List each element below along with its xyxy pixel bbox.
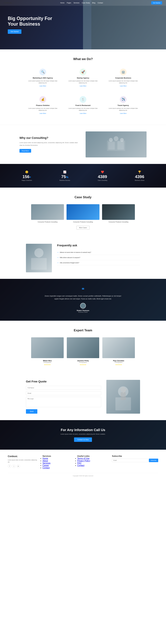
service-link[interactable]: Learn More	[80, 85, 86, 87]
footer-links-title: Useful Links	[77, 455, 108, 457]
faq-question: — Adieum sit amet dolor et iutsemo & ius…	[57, 251, 140, 253]
team-member-image	[102, 337, 135, 358]
service-icon: ✈️	[120, 96, 127, 103]
stat-number: 75%	[60, 174, 70, 179]
stat-icon: 😊	[21, 170, 32, 174]
faq-item[interactable]: — Nilla where aducam & iusquam?	[57, 255, 140, 260]
footer-link-item: Terms of Use	[77, 457, 108, 460]
email-input[interactable]	[26, 391, 101, 395]
more-cases-button[interactable]: More Cases	[76, 226, 89, 230]
team-section: Expert Team Milani Mou Photographer ★★★★…	[0, 321, 166, 373]
faq-image	[26, 244, 52, 272]
service-title: Startup Agency	[68, 77, 98, 79]
nav-logo: Conbusi.	[4, 2, 12, 4]
subscribe-button[interactable]: Subscribe	[149, 459, 158, 462]
service-card: 🔍 Marketing & SEO Agency Lorem ipsum qui…	[25, 66, 61, 90]
why-title: Why our Consulting?	[19, 136, 81, 140]
footer-useful-link[interactable]: Contact	[77, 464, 84, 466]
team-member-image	[67, 337, 99, 358]
footer-service-item: Career	[43, 464, 73, 467]
footer-logo: Conbusi.	[8, 455, 39, 458]
service-link[interactable]: Learn More	[80, 113, 86, 114]
full-name-input[interactable]	[26, 386, 101, 390]
footer-useful-link[interactable]: Privacy Policy	[77, 460, 90, 462]
submit-button[interactable]: Send	[26, 409, 37, 414]
case-grid: Consumer Products Consulting Consumer Pr…	[31, 204, 135, 223]
footer-service-link[interactable]: Contact	[43, 467, 50, 469]
case-image	[67, 204, 99, 220]
hero-title: Big Opportunity For Your Business	[8, 16, 60, 27]
linkedin-icon[interactable]: in	[17, 464, 20, 468]
stat-label: Case Consulting	[98, 180, 107, 181]
footer-useful-link[interactable]: Terms of Use	[77, 457, 89, 460]
why-read-more-button[interactable]: Read More	[19, 149, 31, 152]
service-icon: 🔍	[39, 69, 46, 76]
why-content: Why our Consulting? Lorem ipsum dolor si…	[19, 136, 81, 152]
team-member-name: Jasmine Pinky	[67, 360, 99, 362]
service-link[interactable]: Learn More	[39, 85, 46, 87]
why-consulting-section: Why our Consulting? Lorem ipsum dolor si…	[0, 125, 166, 164]
testimonial-avatar	[80, 303, 86, 308]
nav-home[interactable]: Home	[60, 2, 65, 4]
quote-icon: ❝	[44, 287, 122, 292]
testimonial-role: Business Owner	[44, 312, 122, 313]
case-study-title: Case Study	[5, 196, 161, 199]
nav-cta-button[interactable]: Get Started	[151, 1, 162, 4]
footer-service-item: Home	[43, 457, 73, 460]
team-member-name: Piya Zassidas	[102, 360, 135, 362]
faq-title: Frequently ask	[57, 244, 140, 247]
cta-button[interactable]: Contact Us Now	[74, 438, 92, 442]
hero-cta-button[interactable]: Get Started	[8, 30, 21, 34]
subscribe-input[interactable]	[112, 459, 148, 462]
navigation: Conbusi. Home Pages Services Case Study …	[0, 0, 166, 6]
svg-rect-14	[121, 392, 126, 400]
facebook-icon[interactable]: f	[8, 464, 11, 468]
copyright-text: Copyright ©2024 All rights reserved	[73, 475, 93, 476]
footer-service-link[interactable]: About	[43, 460, 48, 462]
footer-service-link[interactable]: Career	[43, 464, 49, 466]
twitter-icon[interactable]: t	[12, 464, 15, 468]
footer-subscribe-form: Subscribe	[112, 459, 158, 462]
footer-service-link[interactable]: Services	[43, 462, 50, 464]
service-title: Marketing & SEO Agency	[27, 77, 58, 79]
case-study-section: Case Study Consumer Products Consulting …	[0, 188, 166, 237]
nav-contact[interactable]: Contact	[98, 2, 103, 4]
case-title: Consumer Products Consulting	[102, 221, 135, 223]
nav-services[interactable]: Services	[74, 2, 80, 4]
faq-question-text: Adieum sit amet dolor et iutsemo & iusto…	[60, 252, 91, 253]
faq-item[interactable]: — Adieum sit amet dolor et iutsemo & ius…	[57, 250, 140, 255]
nav-blog[interactable]: Blog	[92, 2, 95, 4]
case-image	[102, 204, 135, 220]
service-link[interactable]: Learn More	[120, 85, 126, 87]
nav-pages[interactable]: Pages	[67, 2, 71, 4]
footer-bottom: Copyright ©2024 All rights reserved	[8, 473, 158, 476]
svg-rect-4	[108, 142, 115, 150]
service-link[interactable]: Learn More	[39, 113, 46, 114]
quote-section: Get Free Quote Send	[0, 373, 166, 420]
testimonial-text: Donec imperdiet congue sem consequat mat…	[44, 295, 122, 300]
footer-service-item: Contact	[43, 467, 73, 469]
quote-form: Get Free Quote Send	[26, 380, 101, 414]
service-card: 🚀 Startup Agency Lorem ipsum quisque nec…	[65, 66, 101, 90]
stat-item: 📈 75% Business Success	[60, 170, 70, 181]
faq-question: — Ulla conveniene finagal exeto?	[57, 262, 140, 264]
svg-point-3	[120, 138, 124, 142]
team-card: Jasmine Pinky Photographer ★★★★★	[67, 337, 99, 366]
service-desc: Lorem ipsum quisque nec nisi neque volut…	[68, 80, 98, 84]
footer-service-link[interactable]: Home	[43, 457, 48, 460]
faq-arrow-icon: —	[57, 262, 59, 264]
footer-services-title: Services	[43, 455, 73, 457]
nav-case-study[interactable]: Case Study	[82, 2, 90, 4]
team-grid: Milani Mou Photographer ★★★★★ Jasmine Pi…	[31, 337, 135, 366]
stat-number: 156+	[21, 174, 32, 179]
service-link[interactable]: Learn More	[120, 113, 126, 114]
faq-arrow-icon: —	[57, 251, 59, 253]
team-rating: ★★★★★	[102, 364, 135, 366]
footer-useful-link[interactable]: FAQ	[77, 462, 82, 464]
why-image	[85, 132, 147, 158]
team-card: Milani Mou Photographer ★★★★★	[31, 337, 64, 366]
what-we-do-section: What we Do? 🔍 Marketing & SEO Agency Lor…	[0, 50, 166, 125]
footer-social: f t in	[8, 464, 39, 468]
faq-item[interactable]: — Ulla conveniene finagal exeto?	[57, 260, 140, 265]
message-input[interactable]	[26, 397, 101, 407]
